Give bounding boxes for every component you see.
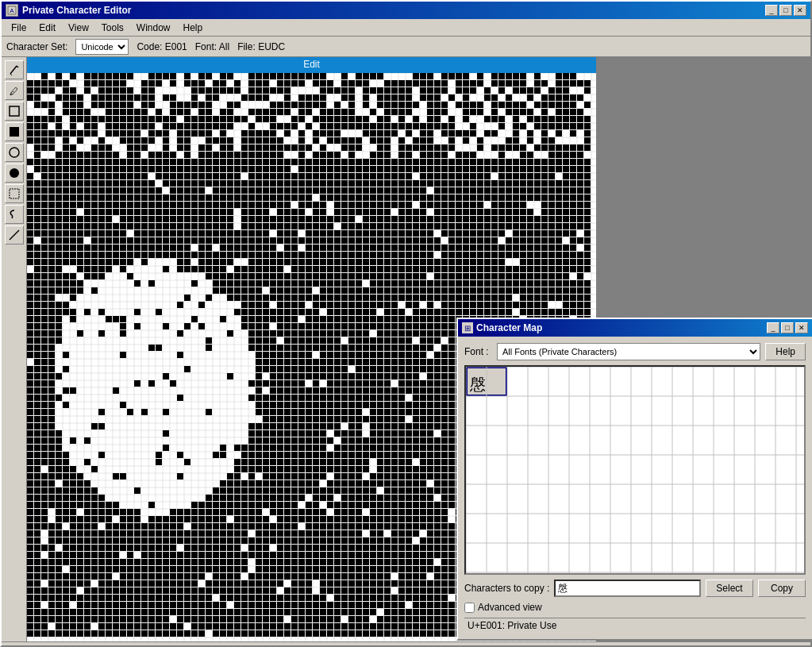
minimize-button[interactable]: _: [765, 5, 778, 16]
main-title-bar: A Private Character Editor _ □ ✕: [2, 2, 810, 19]
dialog-title-bar: ⊞ Character Map _ □ ✕: [458, 319, 812, 337]
svg-rect-6: [10, 106, 19, 116]
copy-input[interactable]: [554, 580, 701, 597]
dialog-status: U+E001: Private Use: [464, 618, 806, 633]
svg-line-11: [10, 230, 19, 240]
lasso-tool[interactable]: [5, 205, 24, 224]
menu-tools[interactable]: Tools: [95, 21, 130, 35]
char-map-dialog: ⊞ Character Map _ □ ✕ Font : All Fonts (…: [456, 318, 812, 641]
ellipse-fill-tool[interactable]: [5, 164, 24, 183]
char-grid-canvas[interactable]: [466, 367, 806, 573]
font-label: Font :: [464, 346, 492, 357]
ellipse-outline-tool[interactable]: [5, 143, 24, 162]
close-button[interactable]: ✕: [794, 5, 806, 16]
menu-help[interactable]: Help: [177, 21, 210, 35]
font-select[interactable]: All Fonts (Private Characters): [497, 343, 760, 360]
menu-bar: File Edit View Tools Window Help: [2, 19, 810, 37]
rect-fill-tool[interactable]: [5, 122, 24, 141]
dialog-close-button[interactable]: ✕: [795, 322, 808, 333]
svg-point-8: [10, 148, 19, 157]
toolbar: Character Set: Unicode Code: E001 Font: …: [2, 37, 810, 57]
help-button[interactable]: Help: [765, 343, 806, 360]
advanced-view-checkbox[interactable]: [464, 603, 475, 613]
selection-rect-tool[interactable]: [5, 184, 24, 203]
svg-rect-10: [10, 189, 19, 198]
pencil-tool[interactable]: [5, 60, 24, 79]
advanced-view-label[interactable]: Advanced view: [464, 602, 542, 613]
font-row: Font : All Fonts (Private Characters) He…: [464, 343, 806, 360]
dialog-minimize-button[interactable]: _: [767, 322, 779, 333]
main-status-bar: [2, 641, 810, 645]
dialog-maximize-button[interactable]: □: [781, 322, 794, 333]
copy-label: Characters to copy :: [464, 583, 549, 594]
maximize-button[interactable]: □: [779, 5, 792, 16]
svg-line-4: [10, 74, 12, 75]
font-label: Font: All: [195, 41, 229, 52]
dialog-body: Font : All Fonts (Private Characters) He…: [458, 337, 812, 639]
svg-text:⊞: ⊞: [464, 324, 471, 333]
dialog-icon: ⊞: [462, 322, 473, 333]
menu-edit[interactable]: Edit: [33, 21, 62, 35]
tool-panel: 🖊: [2, 57, 27, 641]
svg-line-3: [17, 66, 18, 67]
file-label: File: EUDC: [237, 41, 285, 52]
select-button[interactable]: Select: [706, 580, 753, 597]
eraser-tool[interactable]: [5, 225, 24, 245]
dialog-title: Character Map: [476, 322, 767, 333]
char-grid-container: [464, 365, 806, 575]
app-icon: A: [6, 4, 18, 17]
menu-file[interactable]: File: [5, 21, 33, 35]
copy-row: Characters to copy : Select Copy: [464, 580, 806, 597]
svg-rect-7: [10, 127, 19, 137]
dialog-window-buttons: _ □ ✕: [767, 322, 808, 333]
char-set-select[interactable]: Unicode: [75, 39, 129, 55]
fill-tool[interactable]: 🖊: [5, 81, 24, 100]
main-window-title: Private Character Editor: [22, 5, 765, 16]
svg-point-9: [10, 168, 19, 178]
rect-outline-tool[interactable]: [5, 102, 24, 121]
main-window-buttons: _ □ ✕: [765, 5, 806, 16]
menu-window[interactable]: Window: [130, 21, 177, 35]
char-set-label: Character Set:: [6, 41, 67, 52]
svg-text:🖊: 🖊: [10, 87, 18, 96]
svg-text:A: A: [10, 7, 14, 14]
menu-view[interactable]: View: [62, 21, 95, 35]
edit-header: Edit: [27, 57, 596, 73]
svg-line-2: [10, 66, 17, 74]
code-label: Code: E001: [137, 41, 187, 52]
advanced-row: Advanced view: [464, 602, 806, 613]
copy-button[interactable]: Copy: [758, 580, 806, 597]
